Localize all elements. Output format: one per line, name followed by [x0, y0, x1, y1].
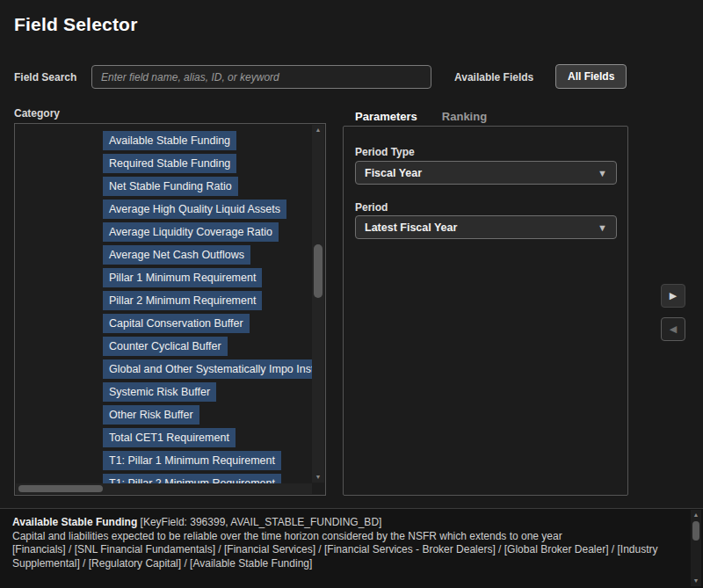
list-item[interactable]: Systemic Risk Buffer [103, 382, 216, 402]
list-item[interactable]: T1: Pillar 1 Minimum Requirement [103, 451, 281, 470]
search-input[interactable] [91, 65, 431, 89]
move-right-button[interactable]: ▶ [661, 284, 685, 308]
list-item[interactable]: Pillar 1 Minimum Requirement [103, 268, 262, 287]
field-key: [KeyField: 396399, AVAIL_STABLE_FUNDING_… [137, 516, 381, 528]
list-item[interactable]: Counter Cyclical Buffer [103, 337, 228, 356]
field-name: Available Stable Funding [12, 516, 137, 528]
field-details-title: Available Stable Funding [KeyField: 3963… [12, 516, 680, 530]
parameters-panel: Period Type Fiscal Year ▼ Period Latest … [343, 126, 628, 496]
list-item[interactable]: T1: Pillar 2 Minimum Requirement [103, 474, 281, 483]
available-fields-label: Available Fields [454, 71, 533, 83]
period-type-label: Period Type [355, 146, 415, 158]
period-type-value: Fiscal Year [365, 167, 422, 179]
arrow-right-icon: ▶ [670, 290, 677, 301]
footer-scroll-thumb[interactable] [692, 521, 699, 541]
list-item[interactable]: Average Net Cash Outflows [103, 245, 250, 265]
all-fields-button[interactable]: All Fields [555, 64, 627, 89]
page-title: Field Selector [14, 14, 138, 35]
list-item[interactable]: Available Stable Funding [103, 131, 236, 150]
list-item[interactable]: Required Stable Funding [103, 154, 236, 173]
footer-scrollbar[interactable]: ▲ ▼ [691, 510, 701, 586]
field-path: [Financials] / [SNL Financial Fundamenta… [12, 543, 680, 570]
list-horizontal-scrollbar[interactable] [16, 483, 312, 494]
list-item[interactable]: Global and Other Systematically Impo Ins… [103, 359, 312, 379]
horizontal-scroll-thumb[interactable] [18, 485, 103, 492]
field-search-label: Field Search [14, 71, 76, 83]
list-item[interactable]: Total CET1 Requirement [103, 428, 236, 447]
list-item[interactable]: Other Risk Buffer [103, 405, 199, 425]
category-list: Available Stable FundingRequired Stable … [14, 123, 326, 496]
list-vertical-scrollbar[interactable]: ▲ ▼ [312, 125, 324, 483]
chevron-down-icon: ▼ [598, 222, 607, 233]
scroll-down-icon[interactable]: ▼ [691, 576, 701, 586]
vertical-scroll-thumb[interactable] [314, 244, 323, 298]
chevron-down-icon: ▼ [598, 168, 607, 178]
category-list-items: Available Stable FundingRequired Stable … [15, 128, 312, 483]
list-item[interactable]: Capital Conservation Buffer [103, 314, 250, 333]
list-item[interactable]: Pillar 2 Minimum Requirement [103, 291, 262, 310]
arrow-left-icon: ◀ [670, 323, 677, 335]
move-left-button[interactable]: ◀ [661, 317, 685, 341]
list-item[interactable]: Average Liquidity Coverage Ratio [103, 222, 279, 242]
list-item[interactable]: Net Stable Funding Ratio [103, 177, 238, 196]
period-value: Latest Fiscal Year [365, 221, 457, 234]
scroll-down-icon[interactable]: ▼ [312, 472, 324, 483]
period-label: Period [355, 201, 388, 214]
period-type-dropdown[interactable]: Fiscal Year ▼ [355, 161, 617, 185]
list-item[interactable]: Average High Quality Liquid Assets [103, 200, 286, 219]
category-label: Category [14, 107, 60, 120]
field-description: Capital and liabilities expected to be r… [12, 530, 680, 544]
period-dropdown[interactable]: Latest Fiscal Year ▼ [355, 215, 617, 239]
field-details-panel: Available Stable Funding [KeyField: 3963… [0, 508, 703, 588]
scroll-up-icon[interactable]: ▲ [312, 125, 324, 135]
scroll-up-icon[interactable]: ▲ [691, 510, 701, 520]
